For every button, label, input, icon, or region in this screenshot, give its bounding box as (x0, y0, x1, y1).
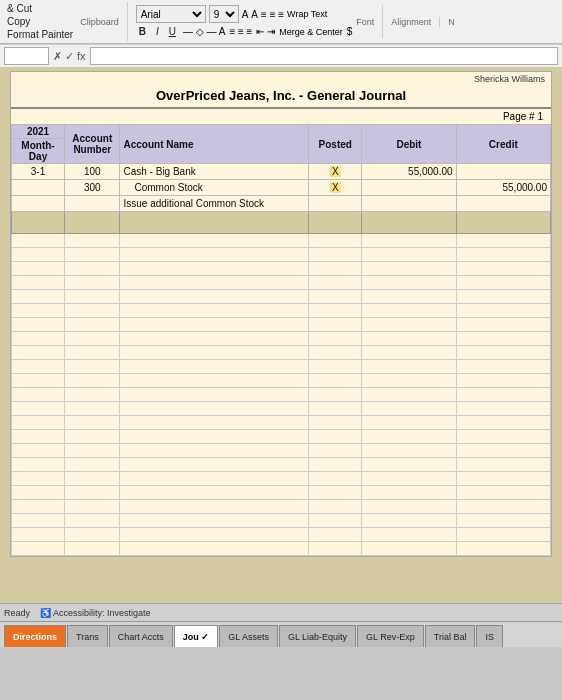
formula-input[interactable] (90, 47, 558, 65)
acct-num-cell (65, 196, 120, 212)
tab-trans[interactable]: Trans (67, 625, 108, 647)
table-row: 300 Common Stock X 55,000.00 (12, 180, 551, 196)
posted-cell: X (309, 180, 362, 196)
toolbar: & Cut Copy Format Painter Clipboard Aria… (0, 0, 562, 44)
dollar-button[interactable]: $ (347, 26, 353, 37)
font-select[interactable]: Arial (136, 5, 206, 23)
table-row (12, 444, 551, 458)
credit-cell (456, 164, 550, 180)
header-row-1: 2021 Account Number Account Name Posted … (12, 125, 551, 139)
table-row (12, 514, 551, 528)
indent-icons: ⇤ ⇥ (256, 26, 275, 37)
table-row (12, 248, 551, 262)
grow-font-icon: A (242, 9, 249, 20)
table-row (12, 360, 551, 374)
table-row (12, 458, 551, 472)
tab-chart-accts[interactable]: Chart Accts (109, 625, 173, 647)
clipboard-label: Clipboard (80, 17, 119, 27)
tab-directions[interactable]: Directions (4, 625, 66, 647)
tab-gl-assets[interactable]: GL Assets (219, 625, 278, 647)
journal-title: OverPriced Jeans, Inc. - General Journal (11, 84, 551, 109)
cell-reference[interactable] (4, 47, 49, 65)
cancel-formula-icon: ✗ (53, 50, 62, 63)
accessibility-icon: ♿ (40, 608, 51, 618)
page-label: Page # (503, 111, 535, 122)
debit-cell (362, 196, 456, 212)
table-row (12, 276, 551, 290)
date-cell (12, 180, 65, 196)
formula-bar: ✗ ✓ fx (0, 44, 562, 67)
credit-cell: 55,000.00 (456, 180, 550, 196)
debit-header: Debit (362, 125, 456, 164)
align-right-icons: ≡ ≡ ≡ (229, 26, 252, 37)
posted-cell: X (309, 164, 362, 180)
table-row (12, 472, 551, 486)
font-group: Arial 9 A A ≡ ≡ ≡ Wrap Text B I U — ◇ — … (136, 5, 384, 38)
table-row (12, 262, 551, 276)
spreadsheet-area: Shericka Williams OverPriced Jeans, Inc.… (0, 67, 562, 647)
copy-button[interactable]: Copy (4, 15, 76, 28)
wrap-text-button[interactable]: Wrap Text (287, 9, 327, 19)
debit-cell: 55,000.00 (362, 164, 456, 180)
tab-gl-rev-exp[interactable]: GL Rev-Exp (357, 625, 424, 647)
table-row (12, 528, 551, 542)
description-cell: Issue additional Common Stock (120, 196, 309, 212)
journal-wrapper: Shericka Williams OverPriced Jeans, Inc.… (10, 71, 552, 557)
table-row (12, 542, 551, 556)
number-group: N (448, 17, 463, 27)
italic-button[interactable]: I (153, 25, 162, 38)
bold-button[interactable]: B (136, 25, 149, 38)
page-number-row: Page # 1 (11, 109, 551, 124)
table-row (12, 374, 551, 388)
user-name: Shericka Williams (11, 72, 551, 84)
merge-center-button[interactable]: Merge & Center (279, 27, 343, 37)
cut-button[interactable]: & Cut (4, 2, 76, 15)
debit-cell (362, 180, 456, 196)
page-number: 1 (537, 111, 543, 122)
acct-num-cell: 300 (65, 180, 120, 196)
table-row (12, 402, 551, 416)
table-row (12, 486, 551, 500)
format-painter-button[interactable]: Format Painter (4, 28, 76, 41)
underline-button[interactable]: U (166, 25, 179, 38)
alignment-label-group: Alignment (391, 17, 440, 27)
year-header: 2021 (12, 125, 65, 139)
acct-name-header: Account Name (120, 125, 309, 164)
tab-bar: Directions Trans Chart Accts Jou ✓ GL As… (0, 621, 562, 647)
monthday-header: Month-Day (12, 139, 65, 164)
font-color-icons: — ◇ — A (183, 26, 225, 37)
ready-label: Ready (4, 608, 30, 618)
font-label: Font (356, 17, 374, 27)
number-label: N (448, 17, 455, 27)
acct-num-cell: 100 (65, 164, 120, 180)
journal-table: 2021 Account Number Account Name Posted … (11, 124, 551, 556)
table-row (12, 234, 551, 248)
table-row (12, 388, 551, 402)
credit-cell (456, 196, 550, 212)
table-row: Issue additional Common Stock (12, 196, 551, 212)
shrink-font-icon: A (251, 9, 258, 20)
acct-name-cell: Common Stock (120, 180, 309, 196)
acct-num-header: Account Number (65, 125, 120, 164)
table-row (12, 346, 551, 360)
tab-is[interactable]: IS (476, 625, 503, 647)
table-row (12, 318, 551, 332)
alignment-label: Alignment (391, 17, 431, 27)
formula-dividers: ✗ ✓ fx (53, 50, 86, 63)
table-row: 3-1 100 Cash - Big Bank X 55,000.00 (12, 164, 551, 180)
table-row (12, 416, 551, 430)
clipboard-group: & Cut Copy Format Painter Clipboard (4, 2, 128, 41)
insert-function-icon: fx (77, 50, 86, 63)
confirm-formula-icon: ✓ (65, 50, 74, 63)
table-row (12, 304, 551, 318)
table-row (12, 500, 551, 514)
tab-journal[interactable]: Jou ✓ (174, 625, 219, 647)
posted-cell (309, 196, 362, 212)
credit-header: Credit (456, 125, 550, 164)
tab-gl-liab-equity[interactable]: GL Liab-Equity (279, 625, 356, 647)
tab-trial-bal[interactable]: Trial Bal (425, 625, 476, 647)
font-size-select[interactable]: 9 (209, 5, 239, 23)
table-row (12, 290, 551, 304)
table-row (12, 212, 551, 234)
status-bar: Ready ♿ Accessibility: Investigate (0, 603, 562, 621)
